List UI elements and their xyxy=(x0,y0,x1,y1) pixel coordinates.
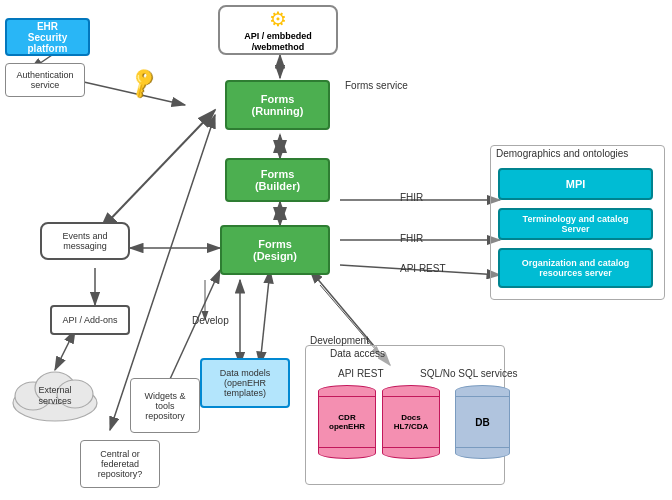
auth-service-label: Authenticationservice xyxy=(16,70,73,90)
forms-running-box: Forms(Running) xyxy=(225,80,330,130)
events-messaging-label: Events and messaging xyxy=(42,231,128,251)
data-models-box: Data models(openEHRtemplates) xyxy=(200,358,290,408)
terminology-label: Terminology and catalogServer xyxy=(523,214,629,234)
svg-line-15 xyxy=(100,110,215,230)
mpi-box: MPI xyxy=(498,168,653,200)
development-label: Development xyxy=(310,335,369,346)
data-access-label: Data access xyxy=(330,348,385,359)
docs-label: DocsHL7/CDA xyxy=(394,413,429,431)
mpi-label: MPI xyxy=(566,178,586,190)
forms-design-box: Forms(Design) xyxy=(220,225,330,275)
widgets-tools-label: Widgets &toolsrepository xyxy=(144,391,185,421)
sql-nosql-label: SQL/No SQL services xyxy=(420,368,517,379)
db-label: DB xyxy=(475,417,489,428)
forms-builder-box: Forms(Builder) xyxy=(225,158,330,202)
organization-label: Organization and catalogresources server xyxy=(522,258,630,278)
key-icon: 🔑 xyxy=(125,65,161,101)
architecture-diagram: ⚙ API / embbeded /webmethod Forms(Runnin… xyxy=(0,0,672,500)
auth-service-box: Authenticationservice xyxy=(5,63,85,97)
fhir-label-1: FHIR xyxy=(400,192,423,203)
central-repo-label: Central orfederetadrepository? xyxy=(98,449,143,479)
fhir-label-2: FHIR xyxy=(400,233,423,244)
api-embedded-box: ⚙ API / embbeded /webmethod xyxy=(218,5,338,55)
api-addons-label: API / Add-ons xyxy=(62,315,117,325)
forms-design-label: Forms(Design) xyxy=(253,238,297,262)
forms-builder-label: Forms(Builder) xyxy=(255,168,300,192)
api-rest-label: API REST xyxy=(400,263,446,274)
api-addons-box: API / Add-ons xyxy=(50,305,130,335)
api-embedded-label: API / embbeded /webmethod xyxy=(228,31,328,53)
events-messaging-box: Events and messaging xyxy=(40,222,130,260)
ehr-security-label: EHRSecurity platform xyxy=(7,21,88,54)
terminology-box: Terminology and catalogServer xyxy=(498,208,653,240)
external-services-label: Externalservices xyxy=(34,381,75,411)
forms-service-label: Forms service xyxy=(345,80,408,91)
ehr-security-box: EHRSecurity platform xyxy=(5,18,90,56)
organization-box: Organization and catalogresources server xyxy=(498,248,653,288)
develop-label: Develop xyxy=(192,315,229,326)
gear-icon: ⚙ xyxy=(269,7,287,31)
api-rest-sub-label: API REST xyxy=(338,368,384,379)
external-services-cloud: Externalservices xyxy=(5,358,105,423)
demographics-label: Demographics and ontologies xyxy=(496,148,628,159)
forms-running-label: Forms(Running) xyxy=(252,93,304,117)
central-repo-box: Central orfederetadrepository? xyxy=(80,440,160,488)
widgets-tools-box: Widgets &toolsrepository xyxy=(130,378,200,433)
cdr-label: CDRopenEHR xyxy=(329,413,365,431)
data-models-label: Data models(openEHRtemplates) xyxy=(220,368,271,398)
svg-line-18 xyxy=(260,270,270,365)
